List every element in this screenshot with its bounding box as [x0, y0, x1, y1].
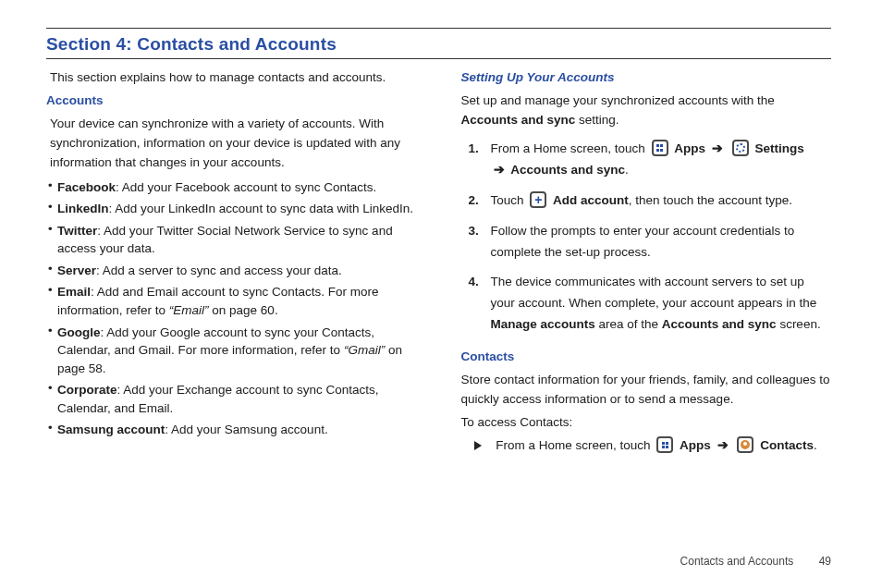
rule-top	[46, 28, 831, 29]
text-run: Touch	[491, 193, 528, 207]
item-text: : Add your Twitter Social Network Servic…	[57, 224, 393, 256]
text-run: , then touch the account type.	[629, 193, 792, 207]
manual-page: { "section_title": "Section 4: Contacts …	[0, 0, 882, 588]
list-item: LinkedIn: Add your LinkedIn account to s…	[48, 198, 417, 220]
text-bold: Apps	[674, 141, 705, 155]
page-footer: Contacts and Accounts 49	[680, 555, 831, 568]
contacts-body: Store contact information for your frien…	[461, 371, 832, 410]
text-run: From a Home screen, touch	[491, 141, 649, 155]
item-label: Samsung account	[57, 423, 165, 436]
accounts-heading: Accounts	[46, 92, 417, 111]
setup-steps: From a Home screen, touch Apps ➔ Setting…	[461, 134, 832, 341]
rule-under-title	[46, 58, 831, 59]
text-bold: Accounts and sync	[662, 317, 777, 331]
contacts-icon	[737, 436, 753, 453]
setup-heading: Setting Up Your Accounts	[461, 68, 832, 88]
text-bold: Manage accounts	[491, 317, 595, 331]
page-number: 49	[819, 555, 831, 568]
item-text: : Add your Samsung account.	[165, 423, 327, 436]
text-bold: Add account	[553, 193, 629, 207]
contacts-access-line: From a Home screen, touch Apps ➔ Contact…	[461, 436, 832, 456]
accounts-body: Your device can synchronize with a varie…	[46, 115, 417, 173]
cross-ref: “Gmail”	[344, 343, 388, 357]
contacts-heading: Contacts	[461, 348, 832, 367]
list-item: Samsung account: Add your Samsung accoun…	[48, 419, 417, 441]
text-run: .	[814, 438, 817, 452]
text-run: The device communicates with account ser…	[491, 275, 817, 310]
right-column: Setting Up Your Accounts Set up and mana…	[461, 68, 832, 459]
text-run: setting.	[575, 113, 619, 127]
step-item: The device communicates with account ser…	[478, 267, 832, 340]
item-label: Corporate	[57, 383, 117, 397]
list-item: Twitter: Add your Twitter Social Network…	[48, 220, 417, 260]
text-bold: Settings	[754, 141, 803, 155]
item-text: : Add your Google account to sync your C…	[57, 325, 374, 358]
text-bold: Accounts and sync	[510, 163, 625, 177]
list-item: Email: Add and Email account to sync Con…	[48, 281, 417, 321]
text-run: area of the	[595, 317, 662, 331]
accounts-list: Facebook: Add your Facebook account to s…	[46, 177, 417, 441]
item-label: Google	[57, 325, 101, 339]
add-icon: +	[530, 191, 546, 208]
setup-body: Set up and manage your synchronized acco…	[461, 92, 832, 130]
item-label: Facebook	[57, 180, 116, 194]
text-run: From a Home screen, touch	[496, 438, 654, 452]
item-text: on page 60.	[212, 303, 277, 317]
arrow-icon: ➔	[494, 163, 505, 177]
text-run: screen.	[777, 317, 821, 331]
text-bold: Contacts	[760, 438, 814, 452]
two-column-layout: This section explains how to manage cont…	[46, 68, 831, 459]
item-text: : Add a server to sync and access your d…	[96, 263, 342, 277]
text-bold: Apps	[680, 438, 711, 452]
settings-icon	[732, 140, 749, 156]
item-text: : Add your Facebook account to sync Cont…	[116, 180, 376, 194]
arrow-icon: ➔	[712, 141, 723, 155]
list-item: Facebook: Add your Facebook account to s…	[48, 177, 417, 199]
apps-icon	[656, 436, 673, 453]
text-run: Set up and manage your synchronized acco…	[461, 93, 775, 107]
step-item: Touch + Add account, then touch the acco…	[478, 186, 832, 216]
item-label: Server	[57, 263, 96, 277]
arrow-icon: ➔	[717, 438, 729, 452]
step-item: Follow the prompts to enter your account…	[478, 216, 832, 268]
footer-chapter: Contacts and Accounts	[680, 555, 794, 568]
item-text: : Add your LinkedIn account to sync data…	[109, 202, 413, 215]
apps-icon	[652, 140, 668, 156]
contacts-access-label: To access Contacts:	[461, 413, 832, 433]
item-label: Email	[57, 285, 91, 299]
list-item: Corporate: Add your Exchange account to …	[48, 379, 417, 419]
section-title: Section 4: Contacts and Accounts	[46, 34, 831, 55]
item-label: LinkedIn	[57, 202, 109, 215]
step-item: From a Home screen, touch Apps ➔ Setting…	[478, 134, 832, 186]
text-bold: Accounts and sync	[461, 113, 576, 127]
text-run: Follow the prompts to enter your account…	[491, 224, 795, 259]
intro-text: This section explains how to manage cont…	[46, 68, 417, 88]
list-item: Google: Add your Google account to sync …	[48, 322, 417, 380]
item-label: Twitter	[57, 224, 97, 238]
cross-ref: “Email”	[169, 303, 213, 317]
left-column: This section explains how to manage cont…	[46, 68, 417, 459]
list-arrow-icon	[474, 441, 482, 450]
list-item: Server: Add a server to sync and access …	[48, 260, 417, 282]
